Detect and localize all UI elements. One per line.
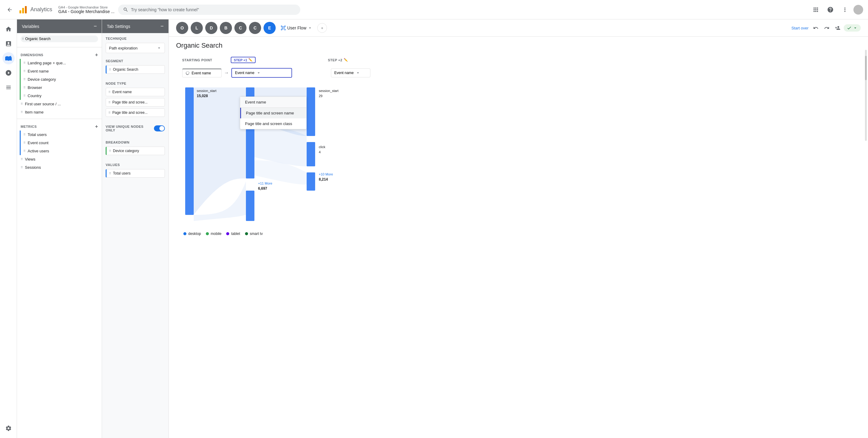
analytics-logo: Analytics — [18, 5, 52, 14]
search-bar[interactable]: Try searching "how to create funnel" — [118, 5, 300, 15]
legend-desktop: desktop — [183, 231, 201, 236]
node-type-page1[interactable]: ⠿ Page title and scree... — [106, 98, 165, 106]
dropdown-header: Event name — [240, 97, 306, 108]
variables-panel-header: Variables − — [17, 20, 102, 33]
add-user-button[interactable] — [833, 23, 842, 33]
tab-settings-title: Tab Settings — [107, 24, 130, 29]
view-unique-toggle[interactable] — [154, 125, 165, 131]
step1-label: STEP +1 ✏️ — [231, 57, 256, 63]
segment-value-item[interactable]: ⠿ Organic Search — [106, 65, 165, 74]
legend-mobile-dot — [206, 232, 209, 235]
content-title: Organic Search — [176, 41, 861, 50]
scrollbar-thumb[interactable] — [865, 56, 867, 80]
metric-item-activeusers[interactable]: ⠿ Active users — [20, 147, 102, 155]
step2-dropdown[interactable]: Event name — [331, 68, 370, 77]
step1-more-link[interactable]: +11 More — [258, 182, 272, 185]
legend-smarttv: smart tv — [245, 231, 263, 236]
technique-section: TECHNIQUE Path exploration — [102, 33, 168, 56]
segment-chip[interactable]: ⠿ Organic Search — [21, 35, 98, 42]
view-unique-toggle-row: VIEW UNIQUE NODES ONLY — [106, 125, 165, 132]
apps-button[interactable] — [810, 4, 822, 16]
legend-tablet: tablet — [226, 231, 240, 236]
segment-label: Organic Search — [25, 37, 51, 41]
dimension-item-item[interactable]: ⠿ Item name — [17, 108, 102, 116]
legend-mobile: mobile — [206, 231, 221, 236]
segment-drag: ⠿ — [22, 37, 24, 41]
nav-explore[interactable] — [2, 52, 14, 64]
scrollbar-track — [865, 50, 867, 141]
values-value-item[interactable]: ⠿ Total users — [106, 169, 165, 178]
breakdown-label: BREAKDOWN — [106, 140, 165, 144]
step1-dropdown[interactable]: Event name — [231, 68, 292, 78]
circle-c1[interactable]: C — [235, 22, 247, 34]
circle-o[interactable]: O — [176, 22, 188, 34]
dimension-item-landing[interactable]: ⠿ Landing page + que... — [20, 59, 102, 67]
event-name-label: Event name — [192, 71, 211, 75]
start-over-button[interactable]: Start over — [792, 26, 808, 30]
circle-e[interactable]: E — [264, 22, 276, 34]
metric-item-views[interactable]: ⠿ Views — [17, 155, 102, 163]
tab-settings-collapse[interactable]: − — [160, 23, 164, 29]
nav-reports[interactable] — [2, 38, 14, 50]
step2-edit-icon[interactable]: ✏️ — [344, 58, 348, 62]
step1-dropdown-menu: Event name Page title and screen name Pa… — [240, 96, 307, 129]
back-button[interactable] — [5, 5, 14, 14]
breakdown-value-item[interactable]: ⠿ Device category — [106, 147, 165, 155]
start-node-bar — [185, 87, 194, 215]
legend-desktop-dot — [183, 232, 186, 235]
variables-collapse[interactable]: − — [94, 23, 97, 29]
view-unique-sub: ONLY — [106, 128, 144, 132]
circle-d[interactable]: D — [205, 22, 217, 34]
view-unique-section: VIEW UNIQUE NODES ONLY — [102, 121, 168, 137]
step2-mid-bar — [307, 142, 315, 166]
add-tab-button[interactable]: + — [317, 23, 327, 33]
dimension-item-event[interactable]: ⠿ Event name — [20, 67, 102, 75]
metric-item-totalusers[interactable]: ⠿ Total users — [20, 130, 102, 139]
more-options-button[interactable] — [839, 4, 851, 16]
nav-home[interactable] — [2, 23, 14, 35]
nav-settings[interactable] — [2, 422, 14, 434]
top-actions — [810, 4, 863, 16]
circle-l[interactable]: L — [191, 22, 203, 34]
step2-value1: 29 — [319, 94, 322, 98]
nav-advertising[interactable] — [2, 67, 14, 79]
step1-edit-icon[interactable]: ✏️ — [248, 58, 253, 62]
node-type-event[interactable]: ⠿ Event name — [106, 88, 165, 96]
steps-header: STARTING POINT STEP +1 ✏️ STEP +2 ✏️ — [176, 57, 861, 63]
share-button[interactable] — [844, 24, 861, 32]
user-avatar[interactable] — [854, 5, 863, 14]
add-dimension[interactable]: + — [95, 52, 98, 58]
dimension-item-source[interactable]: ⠿ First user source / ... — [17, 100, 102, 108]
top-bar: Analytics GA4 - Google Merchandise Store… — [0, 0, 868, 20]
tab-settings-panel: Tab Settings − TECHNIQUE Path exploratio… — [102, 20, 169, 438]
dropdown-item-screen-class[interactable]: Page title and screen class — [240, 118, 306, 129]
step2-bot-bar — [307, 173, 315, 191]
circle-c2[interactable]: C — [249, 22, 261, 34]
circle-b[interactable]: B — [220, 22, 232, 34]
add-metric[interactable]: + — [95, 124, 98, 129]
step2-more-link[interactable]: +10 More — [319, 173, 333, 176]
technique-value: Path exploration — [109, 46, 137, 51]
nav-configure[interactable] — [2, 81, 14, 93]
dimension-item-device[interactable]: ⠿ Device category — [20, 75, 102, 84]
metric-item-sessions[interactable]: ⠿ Sessions — [17, 163, 102, 171]
help-button[interactable] — [824, 4, 836, 16]
starting-point-dropdown[interactable]: Event name — [182, 69, 222, 77]
dimension-item-browser[interactable]: ⠿ Browser — [20, 84, 102, 92]
legend-smarttv-dot — [245, 232, 248, 235]
legend-tablet-dot — [226, 232, 229, 235]
segment-section: SEGMENT ⠿ Organic Search — [102, 56, 168, 78]
user-flow-select[interactable]: User Flow — [278, 23, 315, 32]
undo-button[interactable] — [811, 23, 820, 33]
metric-item-eventcount[interactable]: ⠿ Event count — [20, 139, 102, 147]
session-start-value: 15,028 — [197, 94, 208, 98]
legend-mobile-label: mobile — [211, 231, 221, 236]
technique-select[interactable]: Path exploration — [106, 43, 165, 53]
app-title: GA4 - Google Merchandise ... — [58, 9, 115, 14]
dropdown-item-screen-name[interactable]: Page title and screen name — [240, 108, 306, 118]
redo-button[interactable] — [822, 23, 832, 33]
node-type-page2[interactable]: ⠿ Page title and scree... — [106, 108, 165, 117]
analytics-label: Analytics — [30, 6, 52, 13]
app-info: GA4 - Google Merchandise Store GA4 - Goo… — [58, 5, 115, 14]
dimension-item-country[interactable]: ⠿ Country — [20, 92, 102, 100]
